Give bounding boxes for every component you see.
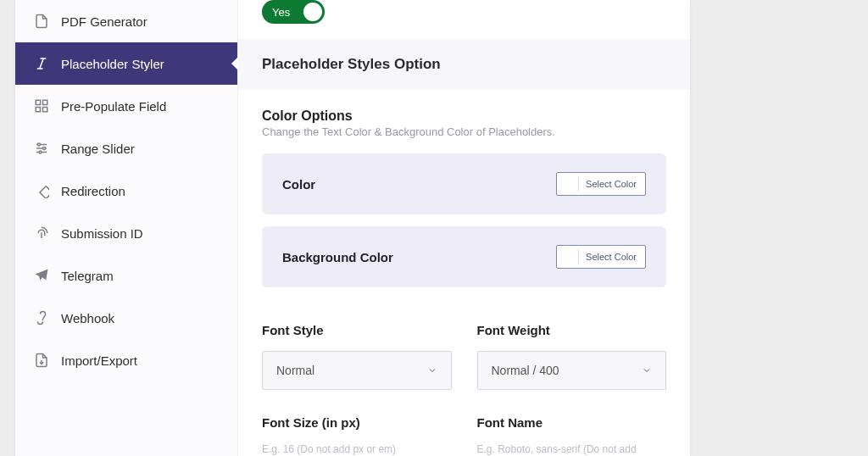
color-swatch [564,249,579,264]
document-icon [34,14,49,29]
main-content: Yes Placeholder Styles Option Color Opti… [238,0,690,456]
color-row-label: Color [282,177,315,192]
color-row-label: Background Color [282,250,393,264]
select-color-button-label: Select Color [586,179,637,189]
sidebar-item-pre-populate-field[interactable]: Pre-Populate Field [15,85,237,127]
toggle-label: Yes [272,6,290,19]
font-name-field: Font Name E.g. Roboto, sans-serif (Do no… [477,415,667,455]
font-style-label: Font Style [262,323,452,337]
color-swatch [564,176,579,192]
sidebar-item-label: Webhook [61,311,114,325]
font-name-hint: E.g. Roboto, sans-serif (Do not add [477,443,667,455]
color-row-background: Background Color Select Color [262,226,666,287]
sidebar-item-label: Import/Export [61,353,137,368]
sidebar-item-label: Submission ID [61,226,143,241]
font-options-grid: Font Style Normal Font Weight Normal / 4… [262,323,666,455]
chevron-down-icon [642,365,652,375]
sidebar-item-pdf-generator[interactable]: PDF Generator [15,0,237,42]
telegram-icon [34,268,49,283]
color-options-title: Color Options [262,108,666,124]
select-color-button-text[interactable]: Select Color [556,172,646,196]
svg-point-12 [39,151,42,153]
settings-panel: PDF Generator Placeholder Styler Pre-Pop… [15,0,690,456]
diamond-icon [34,183,49,198]
sidebar-item-label: Placeholder Styler [61,57,164,71]
fingerprint-icon [34,225,49,241]
webhook-icon [34,310,49,325]
svg-rect-3 [36,100,40,104]
font-size-field: Font Size (in px) E.g. 16 (Do not add px… [262,415,452,455]
sidebar-item-range-slider[interactable]: Range Slider [15,127,237,170]
font-style-field: Font Style Normal [262,323,452,390]
font-weight-value: Normal / 400 [492,364,559,377]
font-weight-field: Font Weight Normal / 400 [477,323,667,390]
select-color-button-label: Select Color [586,252,637,262]
toggle-knob [303,3,322,21]
svg-point-11 [43,147,46,150]
sidebar-item-label: Telegram [61,269,114,283]
svg-rect-13 [40,186,49,198]
section-title: Placeholder Styles Option [238,39,690,90]
import-export-icon [34,353,49,368]
font-name-label: Font Name [477,415,667,430]
sidebar-item-label: Range Slider [61,142,135,156]
svg-rect-4 [43,100,47,104]
svg-rect-6 [36,108,40,112]
sliders-icon [34,141,49,156]
enable-toggle-row: Yes [238,0,690,39]
sidebar-item-webhook[interactable]: Webhook [15,297,237,339]
sidebar-item-telegram[interactable]: Telegram [15,254,237,297]
font-weight-label: Font Weight [477,323,667,337]
sidebar: PDF Generator Placeholder Styler Pre-Pop… [15,0,238,456]
sidebar-item-label: Pre-Populate Field [61,99,166,114]
font-size-label: Font Size (in px) [262,415,452,430]
color-row-text: Color Select Color [262,153,666,214]
sidebar-item-placeholder-styler[interactable]: Placeholder Styler [15,42,237,85]
sidebar-item-redirection[interactable]: Redirection [15,170,237,212]
svg-line-2 [40,58,44,69]
italic-icon [34,56,49,71]
font-style-select[interactable]: Normal [262,351,452,390]
select-color-button-background[interactable]: Select Color [556,245,646,269]
enable-toggle[interactable]: Yes [262,0,325,24]
svg-rect-5 [43,108,47,112]
font-style-value: Normal [276,364,314,377]
color-options-subtitle: Change the Text Color & Background Color… [262,125,666,138]
grid-icon [34,98,49,114]
sidebar-item-import-export[interactable]: Import/Export [15,339,237,381]
chevron-down-icon [427,365,437,375]
sidebar-item-label: PDF Generator [61,14,147,29]
svg-point-10 [38,143,41,146]
body-area: Color Options Change the Text Color & Ba… [238,90,690,455]
font-weight-select[interactable]: Normal / 400 [477,351,667,390]
sidebar-item-label: Redirection [61,184,125,198]
font-size-hint: E.g. 16 (Do not add px or em) [262,443,452,455]
sidebar-item-submission-id[interactable]: Submission ID [15,212,237,254]
